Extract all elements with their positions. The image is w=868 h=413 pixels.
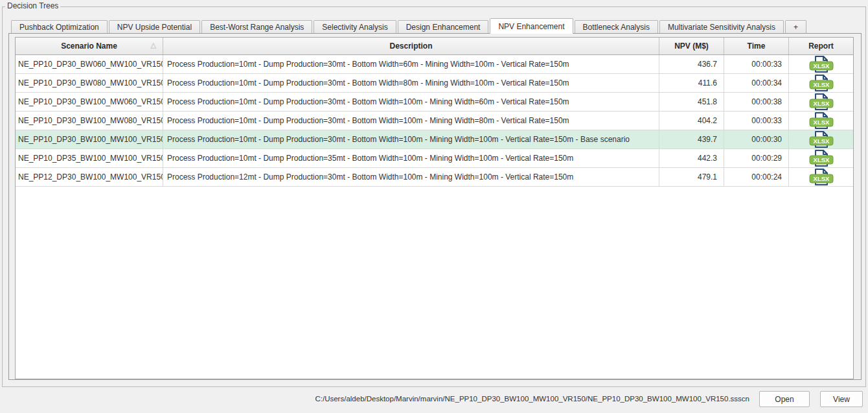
npv-cell: 436.7 <box>659 55 724 73</box>
report-cell: XLSX <box>789 130 853 148</box>
time-cell: 00:00:33 <box>724 112 789 130</box>
scenario-table: Scenario Name △ Description NPV (M$) Tim… <box>15 37 854 379</box>
tab-npv-enhancement[interactable]: NPV Enhancement <box>490 18 573 34</box>
column-header-label: NPV (M$) <box>674 41 709 51</box>
tab-label: Bottleneck Analysis <box>583 23 650 32</box>
description-cell: Process Production=10mt - Dump Productio… <box>163 112 659 130</box>
time-cell: 00:00:33 <box>724 55 789 73</box>
svg-text:XLSX: XLSX <box>813 100 829 107</box>
table-row[interactable]: NE_PP10_DP35_BW100_MW100_VR150 Process P… <box>16 149 853 168</box>
tab-bar: Pushback Optimization NPV Upside Potenti… <box>11 18 808 34</box>
table-header-row: Scenario Name △ Description NPV (M$) Tim… <box>16 38 853 55</box>
column-header-scenario-name[interactable]: Scenario Name △ <box>16 38 163 54</box>
description-cell: Process Production=10mt - Dump Productio… <box>163 93 659 111</box>
report-cell: XLSX <box>789 74 853 92</box>
column-header-label: Time <box>748 41 766 51</box>
xlsx-report-icon[interactable]: XLSX <box>808 149 834 167</box>
svg-text:XLSX: XLSX <box>813 62 829 69</box>
column-header-label: Scenario Name <box>61 41 117 51</box>
time-cell: 00:00:38 <box>724 93 789 111</box>
column-header-label: Report <box>808 41 834 51</box>
tab-label: + <box>794 23 798 32</box>
scenario-name-cell: NE_PP10_DP30_BW100_MW060_VR150 <box>16 93 163 111</box>
npv-cell: 404.2 <box>659 112 724 130</box>
tab-label: NPV Enhancement <box>498 22 564 31</box>
report-cell: XLSX <box>789 55 853 73</box>
description-cell: Process Production=10mt - Dump Productio… <box>163 130 659 148</box>
scenario-name-cell: NE_PP10_DP30_BW060_MW100_VR150 <box>16 55 163 73</box>
tab-label: Best-Worst Range Analysis <box>210 23 304 32</box>
time-cell: 00:00:34 <box>724 74 789 92</box>
tab-selectivity-analysis[interactable]: Selectivity Analysis <box>314 20 396 33</box>
xlsx-report-icon[interactable]: XLSX <box>808 55 834 73</box>
column-header-report[interactable]: Report <box>789 38 853 54</box>
npv-cell: 479.1 <box>659 168 724 186</box>
table-row[interactable]: NE_PP10_DP30_BW100_MW080_VR150 Process P… <box>16 112 853 130</box>
description-cell: Process Production=10mt - Dump Productio… <box>163 55 659 73</box>
svg-text:XLSX: XLSX <box>813 156 829 163</box>
tab-label: NPV Upside Potential <box>117 23 192 32</box>
column-header-npv[interactable]: NPV (M$) <box>659 38 724 54</box>
table-row[interactable]: NE_PP10_DP30_BW100_MW100_VR150 Process P… <box>16 130 853 149</box>
scenario-name-cell: NE_PP10_DP30_BW100_MW100_VR150 <box>16 130 163 148</box>
table-row[interactable]: NE_PP12_DP30_BW100_MW100_VR150 Process P… <box>16 168 853 187</box>
tab-label: Selectivity Analysis <box>322 23 387 32</box>
tab-design-enhancement[interactable]: Design Enhancement <box>398 20 489 33</box>
scenario-name-cell: NE_PP10_DP30_BW100_MW080_VR150 <box>16 112 163 130</box>
npv-cell: 439.7 <box>659 130 724 148</box>
report-cell: XLSX <box>789 112 853 130</box>
xlsx-report-icon[interactable]: XLSX <box>808 74 834 92</box>
tab-best-worst-range-analysis[interactable]: Best-Worst Range Analysis <box>201 20 312 33</box>
tab-multivariate-sensitivity-analysis[interactable]: Multivariate Sensitivity Analysis <box>659 20 784 33</box>
view-button[interactable]: View <box>820 391 863 407</box>
xlsx-report-icon[interactable]: XLSX <box>808 112 834 130</box>
tab-bottleneck-analysis[interactable]: Bottleneck Analysis <box>575 20 658 33</box>
column-header-time[interactable]: Time <box>724 38 789 54</box>
table-body: NE_PP10_DP30_BW060_MW100_VR150 Process P… <box>16 55 853 187</box>
open-button[interactable]: Open <box>759 391 810 407</box>
svg-text:XLSX: XLSX <box>813 137 829 145</box>
npv-cell: 411.6 <box>659 74 724 92</box>
column-header-description[interactable]: Description <box>163 38 659 54</box>
report-cell: XLSX <box>789 168 853 186</box>
time-cell: 00:00:30 <box>724 130 789 148</box>
svg-text:XLSX: XLSX <box>813 175 829 182</box>
tab-add[interactable]: + <box>785 20 806 33</box>
table-row[interactable]: NE_PP10_DP30_BW080_MW100_VR150 Process P… <box>16 74 853 93</box>
scenario-file-path: C:/Users/aldeb/Desktop/Marvin/marvin/NE_… <box>315 395 749 403</box>
report-cell: XLSX <box>789 93 853 111</box>
scenario-name-cell: NE_PP10_DP30_BW080_MW100_VR150 <box>16 74 163 92</box>
description-cell: Process Production=10mt - Dump Productio… <box>163 74 659 92</box>
table-row[interactable]: NE_PP10_DP30_BW100_MW060_VR150 Process P… <box>16 93 853 112</box>
xlsx-report-icon[interactable]: XLSX <box>808 168 834 186</box>
tab-npv-upside-potential[interactable]: NPV Upside Potential <box>109 20 200 33</box>
groupbox-title: Decision Trees <box>5 1 60 10</box>
column-header-label: Description <box>389 41 432 51</box>
time-cell: 00:00:29 <box>724 149 789 167</box>
xlsx-report-icon[interactable]: XLSX <box>808 130 834 148</box>
report-cell: XLSX <box>789 149 853 167</box>
npv-cell: 451.8 <box>659 93 724 111</box>
xlsx-report-icon[interactable]: XLSX <box>808 93 834 111</box>
time-cell: 00:00:24 <box>724 168 789 186</box>
svg-text:XLSX: XLSX <box>813 119 829 126</box>
npv-cell: 442.3 <box>659 149 724 167</box>
tab-label: Pushback Optimization <box>19 23 99 32</box>
tab-label: Multivariate Sensitivity Analysis <box>668 23 775 32</box>
tab-label: Design Enhancement <box>406 23 481 32</box>
scenario-name-cell: NE_PP12_DP30_BW100_MW100_VR150 <box>16 168 163 186</box>
scenario-name-cell: NE_PP10_DP35_BW100_MW100_VR150 <box>16 149 163 167</box>
tab-pushback-optimization[interactable]: Pushback Optimization <box>11 20 108 33</box>
description-cell: Process Production=10mt - Dump Productio… <box>163 149 659 167</box>
sort-ascending-icon: △ <box>151 41 156 49</box>
table-row[interactable]: NE_PP10_DP30_BW060_MW100_VR150 Process P… <box>16 55 853 74</box>
svg-text:XLSX: XLSX <box>813 81 829 88</box>
description-cell: Process Production=12mt - Dump Productio… <box>163 168 659 186</box>
